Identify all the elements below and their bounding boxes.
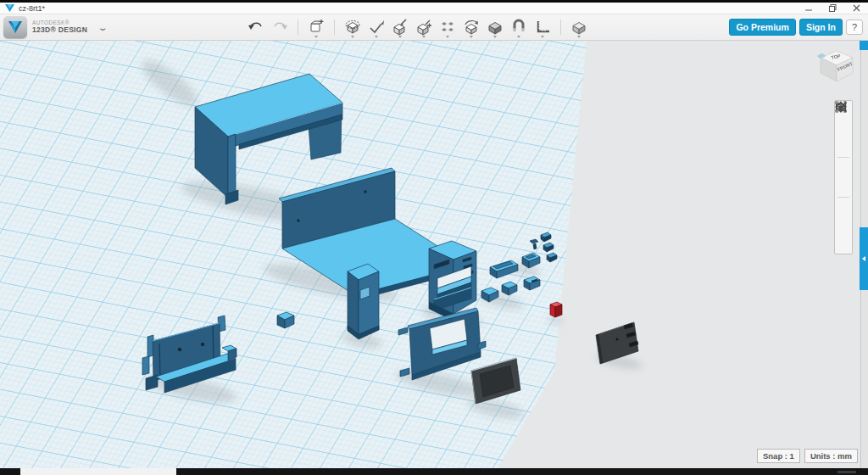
status-bar: Snap : 1 Units : mm xyxy=(757,449,858,463)
combine-tool[interactable] xyxy=(485,16,505,38)
modify-tool[interactable] xyxy=(414,16,434,38)
toolbar-separator xyxy=(334,20,335,35)
material-brush-icon[interactable] xyxy=(836,237,851,251)
brand-text: AUTODESK® 123D® DESIGN xyxy=(32,20,87,34)
zoom-icon[interactable] xyxy=(836,139,851,154)
units-setting[interactable]: Units : mm xyxy=(804,449,858,463)
viewbar-separator xyxy=(837,197,849,198)
restore-button[interactable] xyxy=(821,3,844,14)
orbit-icon[interactable] xyxy=(836,121,851,136)
measure-tool[interactable] xyxy=(532,16,553,38)
grid-settings-icon[interactable] xyxy=(836,219,851,233)
main-toolbar: AUTODESK® 123D® DESIGN ⌄ xyxy=(0,14,868,41)
toolbar-separator xyxy=(298,20,298,35)
panel-tab-collapsed[interactable] xyxy=(860,227,868,290)
fit-view-icon[interactable] xyxy=(836,161,851,176)
minimize-button[interactable] xyxy=(797,3,821,14)
modeling-canvas[interactable]: TOP FRONT xyxy=(0,41,868,468)
snap-setting[interactable]: Snap : 1 xyxy=(757,449,800,463)
snap-tool[interactable] xyxy=(509,16,529,38)
redo-button[interactable] xyxy=(270,16,290,38)
construct-tool[interactable] xyxy=(390,16,410,38)
titlebar: cz-8rt1* xyxy=(0,3,868,14)
materials-tool[interactable] xyxy=(569,16,589,38)
autodesk-123d-logo xyxy=(3,16,27,38)
toolbar-separator xyxy=(560,20,561,35)
shaded-view-icon[interactable] xyxy=(836,179,851,193)
transform-tool[interactable] xyxy=(342,16,363,38)
viewcube[interactable]: TOP FRONT xyxy=(817,51,854,81)
viewbar-separator xyxy=(837,157,849,158)
os-taskbar xyxy=(0,468,868,475)
go-premium-button[interactable]: Go Premium xyxy=(729,19,795,36)
scene: TOP FRONT xyxy=(0,41,868,468)
taskbar-app-segment[interactable] xyxy=(20,468,176,475)
part-support-column[interactable] xyxy=(348,264,379,339)
brand-line2: 123D® DESIGN xyxy=(32,26,87,34)
app-menu[interactable]: AUTODESK® 123D® DESIGN ⌄ xyxy=(3,16,107,38)
grouping-tool[interactable] xyxy=(461,16,481,38)
part-red-switch[interactable] xyxy=(550,302,562,317)
sign-in-button[interactable]: Sign In xyxy=(799,19,843,36)
close-button[interactable] xyxy=(844,3,868,14)
pattern-tool[interactable] xyxy=(437,16,458,38)
app-logo-icon xyxy=(5,4,14,12)
chevron-down-icon[interactable]: ⌄ xyxy=(97,23,108,32)
undo-button[interactable] xyxy=(246,16,266,38)
sketch-tool[interactable] xyxy=(366,16,387,38)
help-button[interactable]: ? xyxy=(846,20,863,35)
panel-tab-top[interactable] xyxy=(860,41,868,50)
tool-strip xyxy=(246,16,589,38)
window-controls xyxy=(797,3,868,14)
taskbar-tray xyxy=(837,471,856,473)
app-window: cz-8rt1* AUTODESK® 123D® DESIGN xyxy=(0,0,868,475)
document-title: cz-8rt1* xyxy=(19,4,45,13)
show-hide-icon[interactable] xyxy=(836,201,851,215)
header-buttons: Go Premium Sign In ? xyxy=(729,19,863,36)
view-toolbar xyxy=(834,100,853,254)
part-io-panel[interactable] xyxy=(596,322,638,364)
primitives-tool[interactable] xyxy=(306,16,326,38)
expand-panel-arrow-icon xyxy=(862,256,865,261)
